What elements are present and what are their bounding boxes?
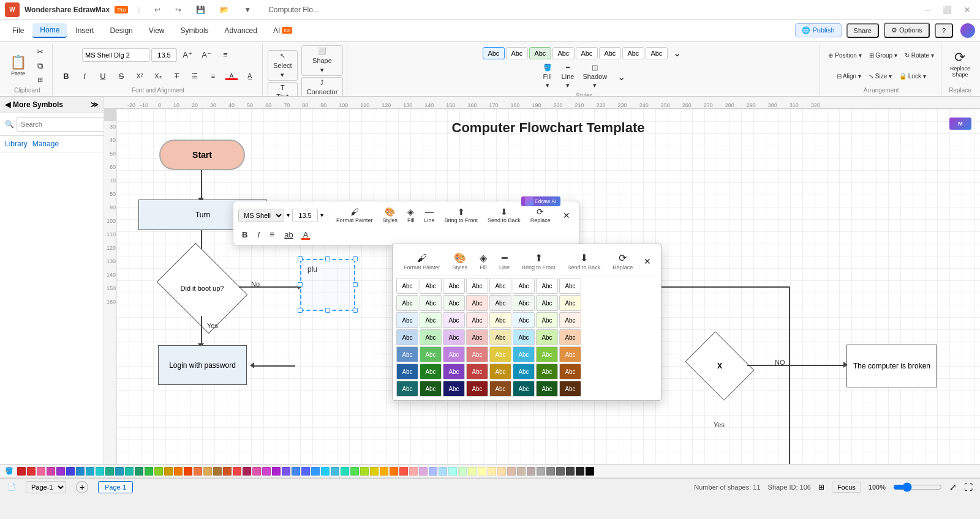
line-btn[interactable]: ━ Line ▾ (559, 62, 578, 91)
shape-start[interactable]: Start (159, 140, 245, 170)
restore-btn[interactable]: ⬜ (938, 3, 957, 17)
picker-fill-btn[interactable]: ◈ Fill (475, 250, 492, 272)
style-cell-6-5[interactable]: Abc (489, 364, 511, 379)
redo-btn[interactable]: ↪ (170, 3, 186, 17)
swatch-light-lime[interactable] (468, 467, 477, 476)
style-4[interactable]: Abc (552, 47, 575, 59)
float-align-btn[interactable]: ≡ (266, 228, 278, 241)
swatch-gray[interactable] (537, 467, 545, 476)
swatch-light-blue[interactable] (439, 467, 447, 476)
swatch-blue-dark[interactable] (66, 467, 75, 476)
underline-btn[interactable]: U (94, 70, 111, 83)
fill-dropper-icon[interactable]: 🪣 (5, 467, 13, 475)
swatch-mint[interactable] (341, 467, 349, 476)
swatch-purple2[interactable] (272, 467, 281, 476)
close-btn[interactable]: ✕ (959, 3, 975, 17)
style-cell-3-1[interactable]: Abc (396, 312, 418, 328)
swatch-chartreuse[interactable] (360, 467, 369, 476)
style-cell-5-7[interactable]: Abc (536, 346, 558, 362)
swatch-gray2[interactable] (546, 467, 555, 476)
float-styles-btn[interactable]: 🎨 Styles (379, 205, 402, 225)
style-cell-5-8[interactable]: Abc (559, 346, 581, 362)
fill-btn[interactable]: 🪣 Fill ▾ (539, 62, 556, 91)
float-font-select[interactable]: MS Shell (238, 209, 284, 222)
layer-btn[interactable]: ⊞ (818, 483, 824, 491)
style-cell-6-8[interactable]: Abc (559, 364, 581, 379)
text-btn[interactable]: T Text (268, 82, 298, 97)
style-cell-1-7[interactable]: Abc (536, 278, 558, 294)
page-tab-label[interactable]: Page-1 (98, 481, 133, 493)
style-cell-4-5[interactable]: Abc (489, 329, 511, 345)
align-arr-btn[interactable]: ⊟ Align ▾ (834, 71, 864, 81)
swatch-cornflower[interactable] (292, 467, 300, 476)
swatch-blue[interactable] (76, 467, 85, 476)
swatch-light-green[interactable] (458, 467, 467, 476)
style-cell-2-8[interactable]: Abc (559, 295, 581, 311)
style-cell-3-4[interactable]: Abc (466, 312, 488, 328)
menu-advanced[interactable]: Advanced (217, 24, 265, 37)
float-close-btn[interactable]: ✕ (559, 209, 574, 222)
style-cell-7-4[interactable]: Abc (466, 381, 488, 397)
minimize-btn[interactable]: ─ (920, 3, 935, 17)
swatch-tan[interactable] (203, 467, 212, 476)
style-cell-5-4[interactable]: Abc (466, 346, 488, 362)
style-cell-7-8[interactable]: Abc (559, 381, 581, 397)
style-cell-4-8[interactable]: Abc (559, 329, 581, 345)
float-font-size[interactable] (292, 209, 318, 222)
picker-styles-btn[interactable]: 🎨 Styles (448, 250, 473, 272)
swatch-black[interactable] (586, 467, 594, 476)
swatch-salmon[interactable] (194, 467, 202, 476)
style-cell-6-3[interactable]: Abc (443, 364, 465, 379)
swatch-brown[interactable] (213, 467, 222, 476)
style-cell-4-3[interactable]: Abc (443, 329, 465, 345)
swatch-light-amber[interactable] (488, 467, 496, 476)
options-btn[interactable]: ⚙ Options (884, 23, 930, 38)
swatch-red3[interactable] (233, 467, 241, 476)
style-cell-7-5[interactable]: Abc (489, 381, 511, 397)
swatch-violet[interactable] (262, 467, 271, 476)
style-cell-5-5[interactable]: Abc (489, 346, 511, 362)
replace-shape-btn[interactable]: ⟳ ReplaceShape (946, 45, 974, 82)
styles-expand2-btn[interactable]: ⌄ (612, 69, 630, 84)
handle-tl[interactable] (298, 256, 303, 261)
highlight-btn[interactable]: A̲ (241, 70, 258, 82)
menu-ai[interactable]: AI hot (266, 24, 300, 37)
swatch-pink[interactable] (37, 467, 45, 476)
picker-close-btn[interactable]: ✕ (640, 255, 655, 268)
menu-view[interactable]: View (141, 24, 172, 37)
style-cell-1-6[interactable]: Abc (513, 278, 535, 294)
style-cell-2-6[interactable]: Abc (513, 295, 535, 311)
panel-collapse-icon[interactable]: ◀ (5, 100, 10, 109)
style-cell-5-3[interactable]: Abc (443, 346, 465, 362)
add-page-btn[interactable]: + (76, 481, 88, 493)
swatch-gold[interactable] (164, 467, 173, 476)
swatch-blue2[interactable] (301, 467, 310, 476)
fullscreen-btn[interactable]: ⛶ (964, 482, 973, 492)
picker-replace-btn[interactable]: ⟳ Replace (608, 250, 638, 272)
swatch-brown2[interactable] (223, 467, 232, 476)
float-send-back-btn[interactable]: ⬇ Send to Back (484, 205, 524, 225)
clear-format-btn[interactable]: T̶ (168, 70, 185, 82)
picker-format-painter-btn[interactable]: 🖌 Format Painter (399, 251, 445, 272)
handle-bl[interactable] (298, 308, 303, 313)
style-cell-4-7[interactable]: Abc (536, 329, 558, 345)
swatch-orange[interactable] (174, 467, 183, 476)
superscript-btn[interactable]: X² (131, 70, 148, 81)
swatch-light-yellow[interactable] (478, 467, 486, 476)
swatch-light-red[interactable] (409, 467, 418, 476)
swatch-maroon[interactable] (243, 467, 251, 476)
handle-tm[interactable] (325, 256, 330, 261)
library-link[interactable]: Library (5, 140, 28, 148)
style-cell-1-5[interactable]: Abc (489, 278, 511, 294)
style-cell-1-1[interactable]: Abc (396, 278, 418, 294)
style-cell-3-6[interactable]: Abc (513, 312, 535, 328)
position-btn[interactable]: ⊕ Position ▾ (825, 50, 864, 61)
swatch-green2[interactable] (350, 467, 359, 476)
swatch-lavender[interactable] (419, 467, 428, 476)
publish-btn[interactable]: 🌐 Publish (795, 23, 841, 37)
style-cell-6-4[interactable]: Abc (466, 364, 488, 379)
style-cell-3-7[interactable]: Abc (536, 312, 558, 328)
swatch-coral[interactable] (399, 467, 408, 476)
page-icon-btn[interactable]: 📄 (7, 483, 16, 491)
shape-boot-diamond[interactable]: Did it boot up? (165, 261, 239, 316)
